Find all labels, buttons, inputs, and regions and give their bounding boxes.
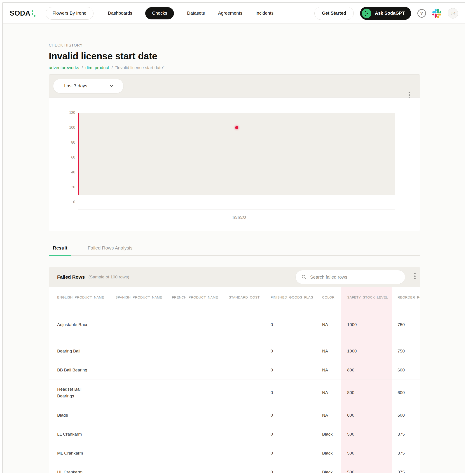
table-cell: 500	[341, 463, 392, 473]
search-input[interactable]	[310, 274, 399, 280]
table-cell: LL Crankarm	[49, 425, 116, 444]
column-header-french_product_name: FRENCH_PRODUCT_NAME	[172, 287, 229, 308]
failed-rows-kebab-icon[interactable]	[414, 273, 416, 280]
table-cell-value: Black	[322, 451, 333, 455]
column-header-reorder_point: REORDER_POINT	[392, 287, 420, 308]
soda-logo[interactable]: SODA	[10, 9, 36, 17]
table-cell: 0	[271, 463, 322, 473]
table-cell: 500	[341, 444, 392, 463]
table-cell-value: 750	[397, 349, 405, 353]
table-row: Bearing Ball0NA1000750	[49, 342, 420, 361]
nav-item-incidents[interactable]: Incidents	[255, 11, 274, 16]
table-cell	[116, 406, 172, 425]
table-cell	[116, 463, 172, 473]
table-cell: BB Ball Bearing	[49, 361, 116, 380]
column-header-english_product_name: ENGLISH_PRODUCT_NAME	[49, 287, 116, 308]
top-nav: SODA Flowers By Irene DashboardsChecksDa…	[3, 3, 465, 24]
sodagpt-icon	[362, 9, 371, 18]
table-cell-value: 1000	[347, 322, 357, 327]
chart-threshold-band	[79, 113, 395, 195]
user-avatar[interactable]: JR	[448, 8, 458, 18]
table-cell: NA	[322, 342, 341, 361]
breadcrumb-source-link[interactable]: adventureworks	[49, 65, 79, 70]
chart-data-point[interactable]	[235, 126, 238, 129]
nav-item-agreements[interactable]: Agreements	[218, 11, 242, 16]
table-cell: Blade	[49, 406, 116, 425]
table-cell-value: Headset Ball Bearings	[57, 386, 98, 400]
table-cell	[172, 361, 229, 380]
get-started-button[interactable]: Get Started	[314, 7, 354, 20]
x-axis-line	[78, 210, 395, 210]
y-axis-tick: 100	[49, 126, 75, 130]
table-cell-value: 600	[397, 413, 405, 418]
table-cell-value: 1000	[347, 349, 357, 353]
table-cell-value: BB Ball Bearing	[57, 367, 87, 374]
table-cell: NA	[322, 361, 341, 380]
table-cell: Black	[322, 444, 341, 463]
table-cell	[229, 425, 271, 444]
table-cell-value: Bearing Ball	[57, 348, 80, 355]
table-cell: 0	[271, 380, 322, 406]
tab-result[interactable]: Result	[49, 245, 71, 256]
table-cell-value: 375	[397, 451, 405, 455]
table-header-row: ENGLISH_PRODUCT_NAMESPANISH_PRODUCT_NAME…	[49, 287, 420, 308]
table-cell	[172, 444, 229, 463]
table-cell	[172, 308, 229, 342]
table-cell: 600	[392, 406, 420, 425]
table-cell	[172, 463, 229, 473]
soda-logo-dots-icon	[31, 9, 36, 17]
failed-rows-search	[295, 270, 405, 284]
table-cell	[116, 361, 172, 380]
failed-rows-card: Failed Rows (Sample of 100 rows) ENGLISH…	[49, 267, 420, 473]
table-cell	[116, 444, 172, 463]
table-cell-value: 800	[347, 390, 354, 395]
table-cell-value: 0	[271, 368, 273, 372]
table-cell-value: NA	[322, 322, 328, 327]
slack-icon[interactable]	[432, 9, 441, 18]
table-cell	[116, 380, 172, 406]
table-cell-value: 500	[347, 451, 354, 455]
nav-item-dashboards[interactable]: Dashboards	[108, 11, 132, 16]
result-tabs: Result Failed Rows Analysis	[49, 245, 420, 256]
y-axis-tick: 80	[49, 141, 75, 144]
table-cell: 1000	[341, 308, 392, 342]
table-cell	[229, 308, 271, 342]
column-header-standard_cost: STANDARD_COST	[229, 287, 271, 308]
failed-rows-table: ENGLISH_PRODUCT_NAMESPANISH_PRODUCT_NAME…	[49, 287, 420, 473]
search-icon	[302, 274, 307, 280]
workspace-selector[interactable]: Flowers By Irene	[46, 7, 93, 20]
table-cell: 375	[392, 463, 420, 473]
x-axis-tick: 10/10/23	[232, 216, 246, 220]
table-cell: 0	[271, 308, 322, 342]
breadcrumb-check-name: "Invalid license start date"	[115, 65, 164, 70]
ask-sodagpt-button[interactable]: Ask SodaGPT	[360, 7, 411, 20]
failed-rows-title: Failed Rows	[57, 274, 85, 280]
table-cell	[229, 361, 271, 380]
table-cell: 0	[271, 342, 322, 361]
check-history-chart: 02040608010012010/10/23	[49, 98, 420, 231]
table-cell: Adjustable Race	[49, 308, 116, 342]
table-cell: Headset Ball Bearings	[49, 380, 116, 406]
table-cell-value: NA	[322, 349, 328, 353]
nav-item-datasets[interactable]: Datasets	[187, 11, 205, 16]
table-cell-value: NA	[322, 413, 328, 418]
nav-right: Get Started Ask SodaGPT ? JR	[314, 7, 458, 20]
breadcrumb: adventureworks / dim_product / "Invalid …	[49, 65, 419, 70]
table-cell: 0	[271, 425, 322, 444]
table-cell: 375	[392, 425, 420, 444]
tab-failed-rows-analysis[interactable]: Failed Rows Analysis	[84, 245, 136, 256]
breadcrumb-dataset-link[interactable]: dim_product	[85, 65, 109, 70]
table-row: Adjustable Race0NA1000750	[49, 308, 420, 342]
help-icon[interactable]: ?	[417, 9, 426, 18]
get-started-label: Get Started	[322, 11, 346, 16]
table-cell: Bearing Ball	[49, 342, 116, 361]
table-cell-value: ML Crankarm	[57, 450, 83, 457]
y-axis-tick: 0	[49, 200, 75, 204]
nav-item-checks[interactable]: Checks	[145, 7, 174, 19]
date-range-selector[interactable]: Last 7 days	[53, 79, 124, 93]
table-cell	[229, 342, 271, 361]
table-cell	[172, 425, 229, 444]
workspace-name: Flowers By Irene	[53, 11, 87, 16]
table-cell: 1000	[341, 342, 392, 361]
check-history-chart-card: Last 7 days 02040608010012010/10/23	[49, 74, 420, 231]
